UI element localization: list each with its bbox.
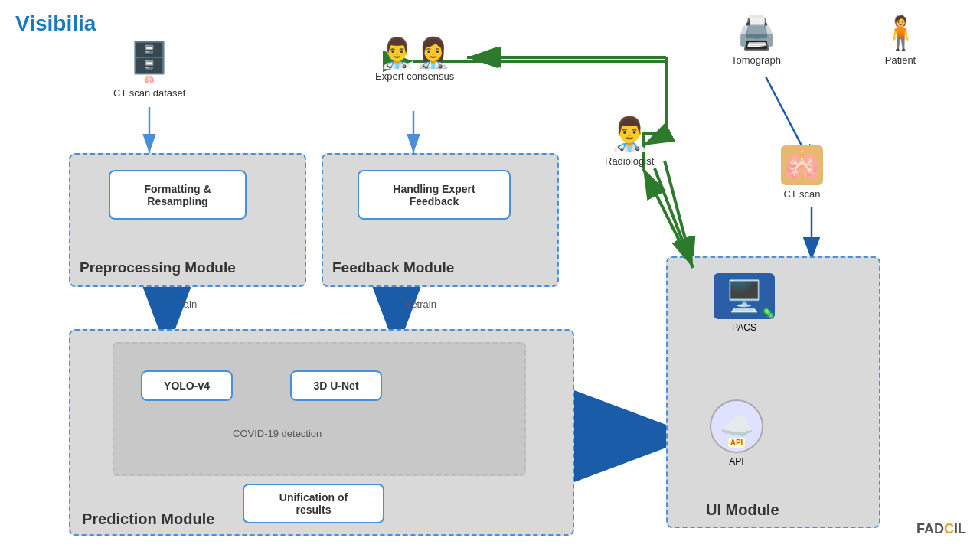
- train-label: Train: [175, 298, 197, 310]
- unification-box: Unification ofresults: [243, 484, 384, 523]
- radiologist-icon: 👨‍⚕️ Radiologist: [605, 115, 654, 167]
- tomograph-label: Tomograph: [731, 54, 781, 66]
- watermark-text2: IL: [954, 521, 966, 536]
- logo-text: Visibilia: [15, 11, 96, 35]
- svg-line-16: [643, 168, 693, 268]
- radiologist-label: Radiologist: [605, 155, 654, 167]
- retrain-label: Retrain: [404, 298, 436, 310]
- watermark: FADCIL: [916, 521, 966, 537]
- feedback-module-box: Handling ExpertFeedback Feedback Module: [322, 153, 559, 287]
- ct-dataset-label: CT scan dataset: [113, 87, 185, 99]
- api-label: API: [729, 456, 743, 467]
- svg-line-15: [665, 161, 693, 268]
- handling-expert-box: Handling ExpertFeedback: [358, 170, 511, 220]
- ct-dataset-icon: 🗄️ 🫁 CT scan dataset: [113, 42, 185, 99]
- tomograph-icon: 🖨️ Tomograph: [731, 14, 781, 66]
- covid-detection-label: COVID-19 detection: [233, 428, 322, 439]
- api-area: ☁️ API API: [710, 399, 763, 467]
- preprocessing-label: Preprocessing Module: [80, 259, 236, 276]
- expert-consensus-icon: 👨‍⚕️👩‍⚕️ Expert consensus: [375, 38, 454, 82]
- prediction-module-box: YOLO-v4 3D U-Net COVID-19 detection Unif…: [69, 329, 574, 536]
- ui-module-label: UI Module: [706, 501, 779, 519]
- unet-box: 3D U-Net: [290, 370, 382, 401]
- preprocessing-module-box: Formatting &Resampling Preprocessing Mod…: [69, 153, 306, 287]
- pacs-area: 🖥️ 🦠 PACS: [714, 273, 775, 333]
- watermark-highlight: C: [944, 521, 954, 536]
- formatting-resampling-box: Formatting &Resampling: [109, 170, 247, 220]
- pacs-label: PACS: [732, 322, 756, 333]
- ct-scan-icon: 🫁 CT scan: [781, 145, 823, 200]
- prediction-label: Prediction Module: [82, 510, 214, 528]
- ct-scan-label: CT scan: [783, 188, 820, 200]
- logo: Visibilia: [15, 11, 96, 36]
- patient-icon: 🧍 Patient: [880, 14, 920, 66]
- watermark-text1: FAD: [916, 521, 944, 536]
- expert-consensus-label: Expert consensus: [375, 70, 454, 82]
- patient-label: Patient: [885, 54, 916, 66]
- feedback-label: Feedback Module: [332, 259, 454, 276]
- ui-module-box: 🖥️ 🦠 PACS ☁️ API API UI Module: [666, 256, 880, 528]
- yolo-box: YOLO-v4: [141, 370, 233, 401]
